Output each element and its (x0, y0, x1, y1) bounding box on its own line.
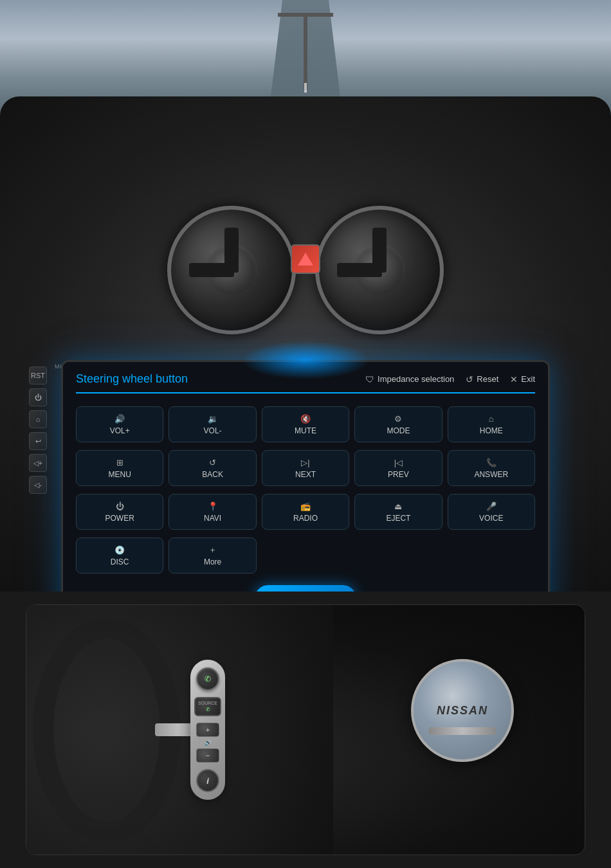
vol-dn-icon: 🔉 (208, 414, 218, 424)
ctrl-btn-menu[interactable]: ⊞MENU (76, 450, 163, 486)
ctrl-btn-disc[interactable]: 💿DISC (76, 538, 163, 574)
top-section: MIC RST ⏻ ⌂ ↩ ◁+ ◁- (0, 0, 611, 592)
impedance-selection-button[interactable]: 🛡 Impedance selection (365, 374, 454, 384)
nissan-logo-circle: NISSAN (411, 659, 514, 762)
reset-icon: ↺ (466, 374, 473, 384)
next-icon: ▷| (301, 458, 309, 467)
nissan-logo-text: NISSAN (437, 704, 488, 718)
back-side-button[interactable]: ↩ (29, 432, 47, 450)
menu-icon: ⊞ (116, 458, 123, 467)
navi-icon: 📍 (208, 502, 218, 511)
answer-icon: 📞 (486, 458, 497, 467)
back-icon: ↺ (209, 458, 216, 467)
ctrl-btn-vol-up[interactable]: 🔊VOL+ (76, 406, 163, 442)
dashboard-frame: MIC RST ⏻ ⌂ ↩ ◁+ ◁- (0, 96, 611, 592)
screen-actions: 🛡 Impedance selection ↺ Reset ✕ Exit (365, 374, 535, 384)
start-button[interactable]: START (255, 585, 356, 592)
right-vent (315, 206, 444, 334)
power-label: POWER (105, 514, 134, 523)
ctrl-btn-more[interactable]: +More (169, 538, 256, 574)
sw-button-panel: ✆ SOURCE ✆ + 🔊 − (190, 660, 225, 800)
vol-up-side-button[interactable]: ◁+ (29, 454, 47, 472)
screen-glow (241, 341, 370, 379)
vol-dn-label: VOL- (204, 426, 222, 435)
sw-source-button[interactable]: SOURCE ✆ (194, 697, 221, 716)
nissan-horizontal-bar (429, 727, 497, 735)
next-label: NEXT (295, 470, 316, 479)
rst-button[interactable]: RST (29, 366, 47, 384)
reset-button[interactable]: ↺ Reset (466, 374, 498, 384)
ctrl-btn-navi[interactable]: 📍NAVI (169, 494, 256, 530)
ctrl-btn-power[interactable]: ⏻POWER (76, 494, 163, 530)
navi-label: NAVI (204, 514, 221, 523)
control-buttons-grid: 🔊VOL+🔉VOL-🔇MUTE⚙MODE⌂HOME⊞MENU↺BACK▷|NEX… (76, 406, 535, 574)
sw-vol-section: + 🔊 − (196, 723, 219, 763)
eject-icon: ⏏ (394, 502, 402, 511)
mute-icon: 🔇 (300, 414, 311, 424)
vol-up-icon: 🔊 (114, 414, 125, 424)
road-pole (304, 13, 307, 90)
prev-label: PREV (388, 470, 409, 479)
source-phone-icon: ✆ (206, 707, 210, 712)
ctrl-btn-vol-dn[interactable]: 🔉VOL- (169, 406, 256, 442)
minus-icon: − (206, 752, 210, 759)
side-buttons-panel: RST ⏻ ⌂ ↩ ◁+ ◁- (29, 366, 47, 494)
left-vent (167, 206, 296, 334)
speaker-icon: 🔊 (205, 739, 212, 746)
ctrl-btn-mute[interactable]: 🔇MUTE (262, 406, 349, 442)
home-icon: ⌂ (489, 414, 494, 424)
ctrl-btn-prev[interactable]: |◁PREV (354, 450, 442, 486)
prev-icon: |◁ (394, 458, 403, 467)
answer-label: ANSWER (474, 470, 508, 479)
ctrl-btn-back[interactable]: ↺BACK (169, 450, 256, 486)
exit-button[interactable]: ✕ Exit (510, 374, 535, 384)
ctrl-btn-answer[interactable]: 📞ANSWER (448, 450, 535, 486)
ctrl-btn-eject[interactable]: ⏏EJECT (354, 494, 442, 530)
nissan-logo-area: NISSAN (392, 659, 533, 800)
phone-icon: ✆ (205, 674, 211, 683)
hazard-triangle-icon (298, 253, 313, 266)
steering-wheel-photo: ✆ SOURCE ✆ + 🔊 − (26, 604, 585, 855)
power-icon: ⏻ (116, 502, 124, 511)
more-icon: + (210, 545, 215, 555)
back-label: BACK (202, 470, 223, 479)
vol-up-label: VOL+ (110, 426, 130, 435)
mode-label: MODE (387, 426, 410, 435)
sw-phone-button[interactable]: ✆ (196, 667, 219, 691)
ctrl-btn-home[interactable]: ⌂HOME (448, 406, 535, 442)
bottom-section: ✆ SOURCE ✆ + 🔊 − (0, 592, 611, 868)
plus-icon: + (206, 726, 210, 734)
steering-wheel-background: ✆ SOURCE ✆ + 🔊 − (26, 605, 585, 854)
sw-vol-plus-button[interactable]: + (196, 723, 219, 737)
sw-info-button[interactable]: i (196, 769, 219, 792)
disc-icon: 💿 (114, 545, 125, 555)
home-label: HOME (480, 426, 503, 435)
ctrl-btn-radio[interactable]: 📻RADIO (262, 494, 349, 530)
radio-label: RADIO (293, 514, 318, 523)
source-label: SOURCE (198, 701, 217, 705)
start-button-wrap: START (76, 585, 535, 592)
ctrl-btn-mode[interactable]: ⚙MODE (354, 406, 442, 442)
mode-icon: ⚙ (394, 414, 402, 424)
menu-label: MENU (109, 470, 131, 479)
power-side-button[interactable]: ⏻ (29, 388, 47, 406)
vol-dn-side-button[interactable]: ◁- (29, 476, 47, 494)
sw-controls-panel: ✆ SOURCE ✆ + 🔊 − (190, 660, 225, 800)
voice-label: VOICE (479, 514, 503, 523)
ctrl-btn-voice[interactable]: 🎤VOICE (448, 494, 535, 530)
eject-label: EJECT (386, 514, 410, 523)
voice-icon: 🎤 (486, 502, 497, 511)
screen-bezel: Steering wheel button 🛡 Impedance select… (61, 360, 550, 592)
exit-icon: ✕ (510, 374, 518, 384)
sw-vol-minus-button[interactable]: − (196, 748, 219, 763)
home-side-button[interactable]: ⌂ (29, 410, 47, 428)
radio-icon: 📻 (300, 502, 311, 511)
mute-label: MUTE (295, 426, 316, 435)
disc-label: DISC (111, 557, 129, 566)
screen-title: Steering wheel button (76, 372, 188, 386)
more-label: More (204, 557, 221, 566)
ctrl-btn-next[interactable]: ▷|NEXT (262, 450, 349, 486)
info-icon: i (206, 776, 209, 786)
hazard-button[interactable] (291, 244, 320, 274)
screen-content: Steering wheel button 🛡 Impedance select… (63, 362, 548, 592)
